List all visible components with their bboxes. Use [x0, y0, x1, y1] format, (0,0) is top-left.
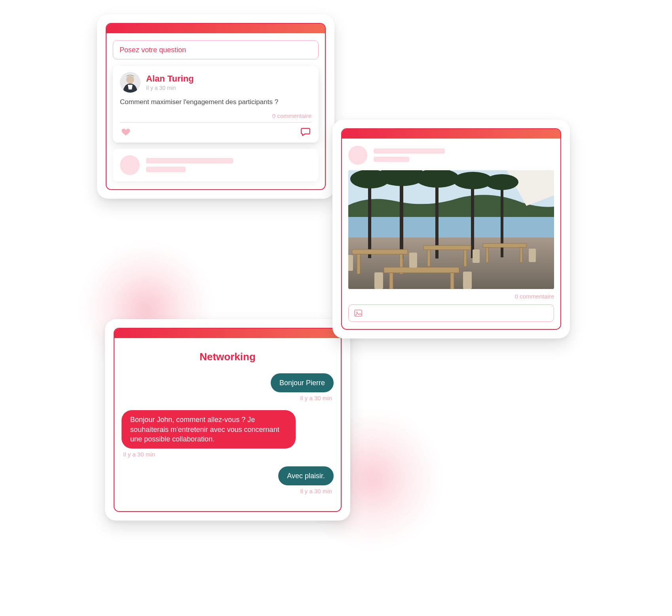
chat-timestamp: Il y a 30 min [300, 395, 332, 401]
image-post-card: 0 commentaire [332, 120, 570, 338]
chat-message: Avec plaisir. Il y a 30 min [121, 466, 334, 501]
skeleton-line [146, 158, 233, 164]
post-skeleton [113, 149, 319, 181]
comment-button[interactable] [300, 126, 311, 138]
svg-rect-7 [368, 179, 371, 258]
comment-icon [300, 127, 311, 137]
svg-rect-33 [463, 272, 472, 289]
svg-rect-20 [423, 245, 471, 250]
like-button[interactable] [120, 126, 132, 138]
skeleton-line [374, 148, 445, 154]
svg-rect-30 [409, 253, 417, 268]
image-icon [353, 308, 363, 318]
networking-title: Networking [121, 351, 334, 363]
skeleton-line [374, 157, 409, 162]
svg-rect-29 [348, 255, 353, 271]
avatar [120, 72, 140, 93]
svg-rect-3 [348, 217, 554, 241]
question-post: Alan Turing Il y a 30 min Comment maximi… [113, 66, 319, 143]
skeleton-avatar [348, 146, 367, 165]
image-post-panel: 0 commentaire [341, 128, 561, 330]
panel-header-bar [114, 329, 341, 338]
post-comment-count: 0 commentaire [120, 108, 311, 123]
qa-card: Alan Turing Il y a 30 min Comment maximi… [97, 14, 334, 199]
heart-icon [121, 127, 131, 137]
svg-rect-34 [374, 272, 383, 289]
image-post-header-skeleton [348, 146, 554, 165]
image-compose-input[interactable] [348, 304, 554, 322]
svg-rect-21 [427, 250, 430, 266]
qa-panel: Alan Turing Il y a 30 min Comment maximi… [106, 23, 326, 190]
panel-header-bar [342, 129, 560, 139]
svg-rect-26 [384, 267, 459, 273]
svg-rect-28 [450, 273, 454, 289]
networking-panel: Networking Bonjour Pierre Il y a 30 min … [114, 328, 342, 512]
question-input[interactable] [113, 40, 319, 59]
post-timestamp: Il y a 30 min [146, 85, 194, 91]
svg-rect-22 [464, 250, 467, 266]
svg-point-1 [126, 76, 134, 84]
panel-header-bar [106, 24, 325, 33]
svg-rect-31 [473, 249, 480, 263]
image-post-comment-count: 0 commentaire [348, 293, 554, 300]
chat-bubble-incoming: Avec plaisir. [278, 466, 334, 485]
post-author: Alan Turing [146, 74, 194, 84]
svg-rect-17 [352, 249, 408, 254]
svg-rect-27 [389, 273, 393, 289]
skeleton-avatar [120, 155, 140, 175]
post-photo [348, 170, 554, 289]
svg-rect-10 [471, 180, 474, 258]
svg-point-16 [485, 174, 518, 190]
chat-timestamp: Il y a 30 min [123, 451, 155, 458]
svg-rect-25 [520, 247, 522, 262]
svg-rect-8 [400, 174, 403, 259]
svg-rect-24 [486, 247, 488, 262]
chat-bubble-incoming: Bonjour Pierre [271, 373, 334, 392]
skeleton-line [146, 167, 186, 172]
chat-bubble-outgoing: Bonjour John, comment allez-vous ? Je so… [121, 410, 296, 449]
networking-card: Networking Bonjour Pierre Il y a 30 min … [105, 319, 350, 521]
avatar-image [120, 72, 140, 93]
chat-message: Bonjour John, comment allez-vous ? Je so… [121, 410, 334, 464]
svg-rect-32 [529, 249, 536, 262]
chat-timestamp: Il y a 30 min [300, 488, 332, 494]
svg-rect-23 [483, 243, 526, 247]
svg-rect-18 [357, 254, 360, 274]
post-body-text: Comment maximiser l'engagement des parti… [120, 98, 311, 106]
chat-message: Bonjour Pierre Il y a 30 min [121, 373, 334, 408]
